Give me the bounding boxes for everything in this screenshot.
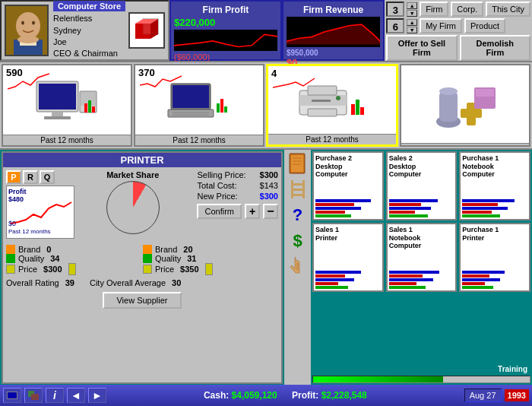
product-btn[interactable]: Product <box>464 18 505 33</box>
company-logo <box>128 12 165 49</box>
prq-buttons: P R Q <box>6 170 74 184</box>
spin-up-1[interactable]: ▲ <box>407 2 417 9</box>
firm-revenue-value1: $950,000 <box>287 49 380 57</box>
printer-panel-title: PRINTER <box>3 153 281 167</box>
mini-card-purchase-printer-1[interactable]: Purchase 1 Printer <box>459 223 530 292</box>
plus-btn[interactable]: + <box>245 204 260 219</box>
quality-right-value: 31 <box>187 254 196 263</box>
this-city-btn[interactable]: This City <box>486 2 530 17</box>
prq-q-btn[interactable]: Q <box>40 170 55 184</box>
cash-value: $4,059,120 <box>232 390 277 401</box>
mini-card-sales-notebook-1[interactable]: Sales 1 Notebook Computer <box>386 223 458 292</box>
demolish-btn[interactable]: Demolish Firm <box>460 35 530 61</box>
price-info: Selling Price: $300 Total Cost: $143 New… <box>197 170 278 219</box>
svg-rect-16 <box>44 116 71 119</box>
brand-stat: Brand 0 <box>6 245 141 254</box>
mini-card-purchase-desktop-2[interactable]: Purchase 2 Desktop Computer <box>312 151 384 220</box>
progress-fill <box>313 376 443 382</box>
firm-revenue-panel: Firm Revenue $950,000 $0 Past 12 months <box>282 0 385 61</box>
product-label-notebook: Past 12 months <box>135 135 263 145</box>
cards-grid: Purchase 2 Desktop Computer Sales 2 Desk… <box>312 151 530 363</box>
taskbar-icon-info[interactable]: i <box>46 388 64 403</box>
view-supplier-btn[interactable]: View Supplier <box>103 292 181 309</box>
firm-profit-value: $220,000 <box>174 17 277 28</box>
brand-right-value: 20 <box>183 245 192 254</box>
brand-right-color <box>143 245 152 254</box>
brand-right-label: Brand <box>155 245 177 254</box>
spin-down-1[interactable]: ▼ <box>407 10 417 17</box>
stats-grid: Brand 0 Quality 34 Price $300 <box>3 242 281 278</box>
my-firm-btn[interactable]: My Firm <box>420 18 462 33</box>
company-info: Computer Store Relentless Sydney Joe CEO… <box>53 1 125 60</box>
svg-rect-35 <box>312 100 331 102</box>
taskbar-icon-1[interactable] <box>3 388 21 403</box>
overall-rating-row: Overall Rating 39 City Overall Average 3… <box>3 278 281 287</box>
svg-point-6 <box>17 36 39 43</box>
svg-rect-43 <box>461 109 482 118</box>
selling-price-label: Selling Price: <box>197 170 245 179</box>
firm-btn[interactable]: Firm <box>420 2 448 17</box>
help-icon[interactable]: ? <box>287 205 309 226</box>
city-avg-label: City Overall Average <box>90 278 166 287</box>
offer-sell-btn[interactable]: Offer to Sell Firm <box>386 35 457 61</box>
svg-rect-28 <box>220 99 223 113</box>
person-name3: Joe <box>53 36 125 48</box>
svg-rect-38 <box>360 107 364 115</box>
minus-btn[interactable]: − <box>263 204 278 219</box>
taskbar-icon-forward[interactable]: ► <box>88 388 106 403</box>
quality-value: 34 <box>50 254 59 263</box>
mini-card-sales-printer-1[interactable]: Sales 1 Printer <box>312 223 384 292</box>
book-icon[interactable] <box>287 153 309 174</box>
quality-label: Quality <box>18 254 44 263</box>
svg-point-1 <box>16 12 40 40</box>
svg-point-2 <box>21 21 24 25</box>
svg-point-41 <box>439 87 458 95</box>
confirm-btn[interactable]: Confirm <box>197 204 242 219</box>
prq-r-btn[interactable]: R <box>23 170 38 184</box>
pointer-icon[interactable] <box>287 256 309 278</box>
product-card-notebook[interactable]: 370 Past 12 months <box>134 64 264 147</box>
spin-down-2[interactable]: ▼ <box>407 27 417 33</box>
firm-revenue-title: Firm Revenue <box>287 5 380 15</box>
prq-p-btn[interactable]: P <box>6 170 21 184</box>
product-label-accessories <box>401 143 529 145</box>
svg-rect-21 <box>92 106 95 113</box>
company-panel: Computer Store Relentless Sydney Joe CEO… <box>0 0 169 61</box>
training-label: Training <box>312 365 530 373</box>
corp-btn[interactable]: Corp. <box>451 2 483 17</box>
svg-rect-59 <box>8 392 17 398</box>
svg-rect-29 <box>224 106 227 113</box>
product-card-printer[interactable]: 4 Past 12 months <box>266 64 398 147</box>
selling-price-value: $300 <box>260 170 278 179</box>
confirm-row: Confirm + − <box>197 204 278 219</box>
mini-card-purchase-notebook-1[interactable]: Purchase 1 Notebook Computer <box>459 151 530 220</box>
person-title: CEO & Chairman <box>53 48 125 59</box>
market-share-area: Market Share <box>78 170 188 234</box>
quality-right-stat: Quality 31 <box>143 254 278 263</box>
spin-up-2[interactable]: ▲ <box>407 19 417 26</box>
product-label-printer: Past 12 months <box>268 134 396 144</box>
num-display-1: 3 <box>386 2 404 17</box>
printer-panel: PRINTER P R Q Profit $480 $0 Past 12 mo <box>2 151 283 384</box>
brand-color <box>6 245 15 254</box>
price-right-indicator <box>205 263 213 275</box>
svg-rect-54 <box>291 189 305 191</box>
svg-marker-12 <box>287 24 380 44</box>
spin-btns-2[interactable]: ▲ ▼ <box>407 19 417 33</box>
market-share-title: Market Share <box>106 170 159 179</box>
spin-btns-1[interactable]: ▲ ▼ <box>407 2 417 17</box>
taskbar-icon-back[interactable]: ◄ <box>67 388 85 403</box>
person-name1: Relentless <box>53 13 125 24</box>
price-color <box>6 265 15 274</box>
right-panel: Purchase 2 Desktop Computer Sales 2 Desk… <box>311 150 532 385</box>
progress-bar <box>312 376 530 383</box>
svg-rect-9 <box>135 24 150 39</box>
taskbar-icon-2[interactable] <box>24 388 43 403</box>
product-card-desktop[interactable]: 590 Past 12 months <box>2 64 132 147</box>
svg-rect-53 <box>291 183 305 186</box>
money-icon[interactable]: $ <box>287 230 309 252</box>
mini-card-sales-desktop-2[interactable]: Sales 2 Desktop Computer <box>386 151 458 220</box>
ladder-icon[interactable] <box>287 179 309 200</box>
product-card-accessories[interactable] <box>400 64 530 147</box>
svg-rect-40 <box>439 91 458 122</box>
